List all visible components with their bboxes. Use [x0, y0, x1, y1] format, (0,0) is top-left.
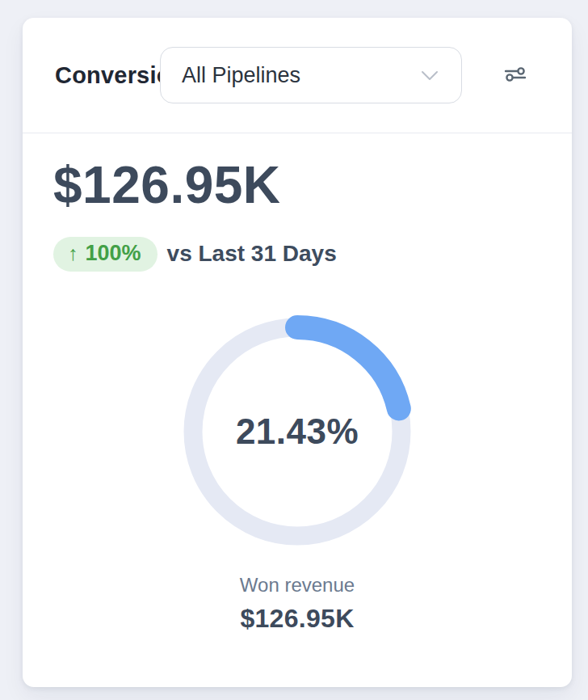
widget-title: Conversion	[55, 62, 160, 89]
arrow-up-icon: ↑	[68, 242, 78, 265]
change-badge: ↑ 100%	[53, 237, 158, 272]
won-revenue-label: Won revenue	[53, 574, 541, 597]
filter-settings-button[interactable]	[501, 61, 530, 90]
change-row: ↑ 100% vs Last 31 Days	[53, 237, 541, 272]
donut-chart: 21.43%	[179, 314, 415, 550]
conversion-widget-card: Conversion All Pipelines $126.95K	[23, 18, 572, 687]
pipeline-select-value: All Pipelines	[182, 63, 300, 88]
donut-center-percentage: 21.43%	[179, 314, 415, 550]
widget-header: Conversion All Pipelines	[23, 18, 572, 133]
pipeline-select-dropdown[interactable]: All Pipelines	[160, 47, 462, 103]
total-revenue-value: $126.95K	[53, 156, 541, 216]
change-percent: 100%	[86, 241, 141, 266]
won-revenue-value: $126.95K	[53, 604, 541, 634]
comparison-period-label: vs Last 31 Days	[167, 241, 337, 267]
chevron-down-icon	[421, 70, 439, 81]
widget-body: $126.95K ↑ 100% vs Last 31 Days 21.43% W…	[23, 133, 572, 687]
sliders-icon	[502, 61, 528, 90]
